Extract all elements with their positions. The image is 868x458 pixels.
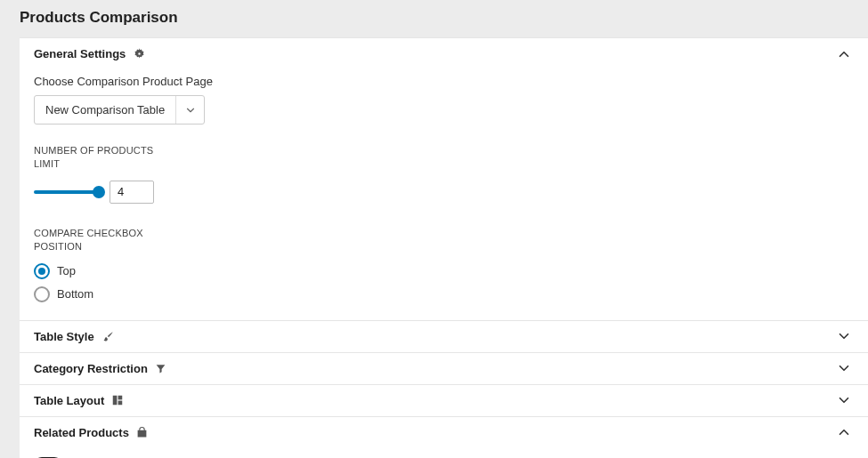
chevron-down-icon [175, 96, 204, 124]
svg-rect-2 [113, 396, 118, 406]
settings-panel: General Settings Choose Comparison Produ… [20, 37, 868, 458]
slider-thumb[interactable] [93, 186, 105, 198]
section-header-related-products[interactable]: Related Products [20, 417, 868, 448]
gear-icon [133, 47, 146, 60]
radio-bottom-label: Bottom [57, 287, 93, 301]
section-category-restriction: Category Restriction [20, 353, 868, 385]
layout-icon [111, 394, 124, 406]
chevron-up-icon [836, 46, 852, 62]
radio-top-control[interactable] [34, 263, 50, 279]
section-body-general: Choose Comparison Product Page New Compa… [20, 69, 868, 320]
radio-top[interactable]: Top [34, 263, 854, 279]
chevron-down-icon [836, 360, 852, 376]
section-title-category-restriction: Category Restriction [34, 362, 148, 375]
radio-top-label: Top [57, 264, 76, 277]
svg-rect-4 [118, 401, 123, 406]
section-title-table-style: Table Style [34, 330, 94, 343]
section-title-table-layout: Table Layout [34, 394, 104, 407]
chevron-down-icon [836, 392, 852, 408]
filter-icon [155, 363, 166, 374]
section-related-products: Related Products Enable Related Products [20, 417, 868, 458]
choose-page-label: Choose Comparison Product Page [34, 75, 854, 88]
section-title-general: General Settings [34, 47, 126, 60]
product-page-select[interactable]: New Comparison Table [34, 95, 205, 125]
section-table-layout: Table Layout [20, 385, 868, 417]
chevron-up-icon [836, 424, 852, 440]
svg-rect-3 [118, 396, 123, 400]
section-table-style: Table Style [20, 321, 868, 353]
limit-input[interactable] [110, 181, 154, 204]
radio-bottom[interactable]: Bottom [34, 286, 854, 302]
section-header-table-style[interactable]: Table Style [20, 321, 868, 352]
brush-icon [101, 330, 115, 343]
section-general: General Settings Choose Comparison Produ… [20, 38, 868, 321]
chevron-down-icon [836, 328, 852, 344]
product-page-value: New Comparison Table [35, 96, 175, 124]
limit-slider[interactable] [34, 186, 101, 198]
section-header-category-restriction[interactable]: Category Restriction [20, 353, 868, 384]
bag-icon [136, 427, 148, 438]
checkbox-pos-label: COMPARE CHECKBOX POSITION [34, 227, 176, 254]
svg-point-1 [138, 52, 142, 56]
section-title-related-products: Related Products [34, 426, 129, 439]
section-header-table-layout[interactable]: Table Layout [20, 385, 868, 416]
limit-label: NUMBER OF PRODUCTS LIMIT [34, 144, 176, 172]
enable-related-row: Enable Related Products [20, 448, 868, 458]
radio-bottom-control[interactable] [34, 286, 50, 302]
page-title: Products Comparison [20, 9, 868, 27]
section-header-general[interactable]: General Settings [20, 38, 868, 69]
checkbox-pos-group: Top Bottom [34, 263, 854, 302]
slider-track [34, 190, 101, 194]
